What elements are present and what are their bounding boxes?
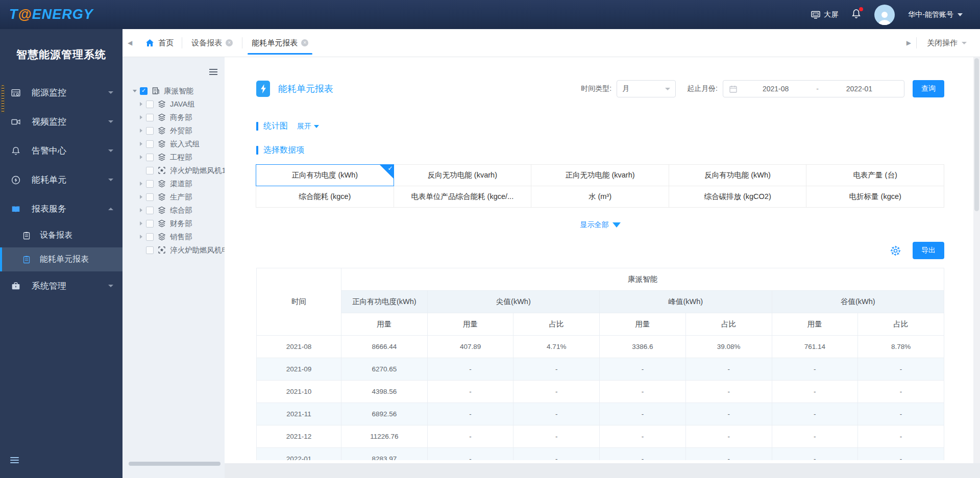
range-start-input[interactable]: 2021-08 xyxy=(737,85,814,93)
layers-icon xyxy=(158,219,166,228)
avatar[interactable] xyxy=(874,5,895,25)
tabs-scroll-left-icon[interactable]: ◀ xyxy=(122,39,137,46)
data-item-button[interactable]: 水 (m³) xyxy=(531,186,669,208)
tree-checkbox[interactable] xyxy=(146,154,154,161)
tree-expand-icon[interactable] xyxy=(138,129,144,133)
main-vertical-scrollbar[interactable] xyxy=(973,57,980,463)
tree-expand-icon[interactable] xyxy=(138,155,144,159)
sidebar-item-energy-unit[interactable]: 能耗单元 xyxy=(0,165,122,194)
tree-node-dept[interactable]: 工程部 xyxy=(122,150,225,164)
tree-node-label: 渠道部 xyxy=(170,179,192,189)
tree-node-device[interactable]: 淬火炉助燃风机1# xyxy=(122,164,225,177)
tree-expand-icon[interactable] xyxy=(138,208,144,212)
tree-checkbox[interactable] xyxy=(146,220,154,228)
data-item-button[interactable]: 反向无功电能 (kvarh) xyxy=(394,164,532,186)
tree-checkbox[interactable] xyxy=(146,193,154,201)
data-item-button[interactable]: 电折标量 (kgce) xyxy=(806,186,944,208)
tree-node-company[interactable]: 康派智能 xyxy=(122,84,225,97)
monitor-icon xyxy=(811,11,820,19)
sidebar-item-alarm-center[interactable]: 告警中心 xyxy=(0,136,122,165)
lightning-icon xyxy=(260,84,266,93)
tree-node-dept[interactable]: 渠道部 xyxy=(122,177,225,190)
sidebar-scroll-handle[interactable] xyxy=(1,85,5,113)
data-item-button[interactable]: 正向有功电度 (kWh) xyxy=(256,164,394,186)
tree-checkbox[interactable] xyxy=(146,140,154,148)
close-icon[interactable]: × xyxy=(226,39,233,46)
tree-node-dept[interactable]: JAVA组 xyxy=(122,97,225,111)
tree-checkbox[interactable] xyxy=(146,127,154,135)
tree-expand-icon[interactable] xyxy=(138,221,144,225)
tree-checkbox[interactable] xyxy=(146,246,154,254)
notification-bell-button[interactable] xyxy=(851,9,861,21)
tree-node-device[interactable]: 淬火炉助燃风机电 xyxy=(122,243,225,257)
settings-gear-icon[interactable] xyxy=(890,245,901,257)
tabs-scroll-right-icon[interactable]: ▶ xyxy=(901,39,916,46)
close-icon[interactable]: × xyxy=(301,39,308,46)
sidebar-item-energy-monitor[interactable]: 能源监控 xyxy=(0,78,122,107)
tree-node-dept[interactable]: 生产部 xyxy=(122,190,225,204)
account-menu[interactable]: 华中-能管账号 xyxy=(908,10,963,19)
tree-expand-icon[interactable] xyxy=(138,182,144,186)
tree-horizontal-scrollbar[interactable] xyxy=(129,462,220,466)
tree-expand-icon[interactable] xyxy=(132,90,138,92)
tree-checkbox[interactable] xyxy=(146,114,154,121)
time-type-select[interactable]: 月 xyxy=(617,80,676,97)
tree-checkbox[interactable] xyxy=(146,100,154,108)
main-content: 能耗单元报表 时间类型: 月 起止月份: 2021-08 - 2022-01 查… xyxy=(225,57,980,478)
tree-expand-icon[interactable] xyxy=(138,195,144,199)
data-item-button[interactable]: 正向无功电能 (kvarh) xyxy=(531,164,669,186)
tab-bar: ◀ 首页 设备报表 × 能耗单元报表 × ▶ 关闭操作 xyxy=(122,29,980,57)
range-end-input[interactable]: 2022-01 xyxy=(821,85,898,93)
chart-expand-toggle[interactable]: 展开 xyxy=(297,122,319,131)
section-bar xyxy=(256,122,258,131)
tab-device-report[interactable]: 设备报表 × xyxy=(182,29,242,57)
tree-node-dept[interactable]: 商务部 xyxy=(122,111,225,124)
tree-node-dept[interactable]: 财务部 xyxy=(122,217,225,230)
report-table-container: 时间 康派智能 正向有功电度(kWh) 尖值(kWh) 峰值(kWh) 谷值(k… xyxy=(256,268,944,460)
cell-time: 2021-09 xyxy=(257,358,341,381)
data-item-button[interactable]: 综合碳排放 (kgCO2) xyxy=(669,186,807,208)
data-item-button[interactable]: 反向有功电能 (kWh) xyxy=(669,164,807,186)
export-button[interactable]: 导出 xyxy=(913,242,944,259)
chevron-down-icon xyxy=(612,222,621,228)
tree-expand-icon[interactable] xyxy=(138,235,144,239)
sidebar-item-report-service[interactable]: 报表服务 xyxy=(0,194,122,223)
clipboard-icon xyxy=(22,232,31,240)
close-operations-dropdown[interactable]: 关闭操作 xyxy=(917,38,980,48)
close-operations-label: 关闭操作 xyxy=(927,38,958,48)
tree-node-dept[interactable]: 综合部 xyxy=(122,204,225,217)
data-item-button[interactable]: 综合能耗 (kgce) xyxy=(256,186,394,208)
data-item-button[interactable]: 电表产量 (台) xyxy=(806,164,944,186)
big-screen-button[interactable]: 大屏 xyxy=(811,10,838,19)
tree-node-dept[interactable]: 嵌入式组 xyxy=(122,137,225,150)
tree-checkbox[interactable] xyxy=(146,167,154,174)
sidebar-collapse-button[interactable] xyxy=(10,456,19,465)
tree-expand-icon[interactable] xyxy=(138,102,144,106)
tree-expand-icon[interactable] xyxy=(138,142,144,146)
tab-energy-unit-report[interactable]: 能耗单元报表 × xyxy=(242,29,317,57)
sidebar-item-energy-unit-report[interactable]: 能耗单元报表 xyxy=(0,247,122,271)
time-type-value: 月 xyxy=(622,84,629,93)
show-all-toggle[interactable]: 显示全部 xyxy=(256,220,944,230)
sidebar-item-video-monitor[interactable]: 视频监控 xyxy=(0,107,122,136)
sidebar-item-device-report[interactable]: 设备报表 xyxy=(0,223,122,247)
tree-node-dept[interactable]: 外贸部 xyxy=(122,124,225,137)
tree-checkbox[interactable] xyxy=(146,180,154,188)
scrollbar-thumb[interactable] xyxy=(974,58,979,211)
tree-node-dept[interactable]: 销售部 xyxy=(122,230,225,243)
data-item-button[interactable]: 电表单位产品综合能耗 (kgce/... xyxy=(394,186,532,208)
sidebar-item-system-manage[interactable]: 系统管理 xyxy=(0,271,122,300)
chart-section-title: 统计图 xyxy=(263,121,288,132)
tree-expand-icon[interactable] xyxy=(138,115,144,119)
tree-checkbox[interactable] xyxy=(140,87,148,95)
tab-home[interactable]: 首页 xyxy=(137,29,182,57)
month-range-picker[interactable]: 2021-08 - 2022-01 xyxy=(723,80,904,97)
tree-node-label: 淬火炉助燃风机1# xyxy=(170,166,225,175)
tree-checkbox[interactable] xyxy=(146,233,154,241)
tree-checkbox[interactable] xyxy=(146,207,154,214)
report-table: 时间 康派智能 正向有功电度(kWh) 尖值(kWh) 峰值(kWh) 谷值(k… xyxy=(256,268,944,460)
range-separator: - xyxy=(814,85,821,93)
tree-collapse-button[interactable] xyxy=(209,67,217,77)
query-button[interactable]: 查询 xyxy=(913,80,944,97)
account-name: 华中-能管账号 xyxy=(908,10,953,19)
